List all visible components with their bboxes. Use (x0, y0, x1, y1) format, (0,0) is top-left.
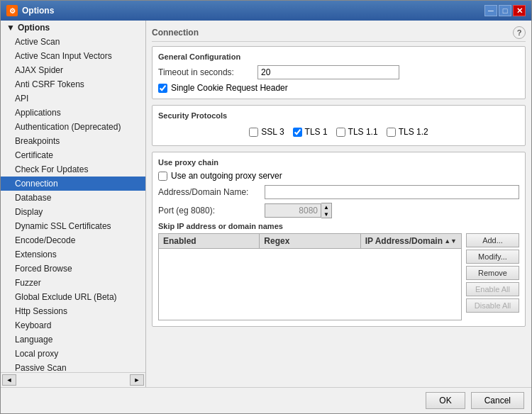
sidebar-item-language[interactable]: Language (1, 332, 145, 347)
sidebar-item-keyboard[interactable]: Keyboard (1, 318, 145, 332)
port-input-wrap: ▲ ▼ (265, 203, 332, 218)
port-spinners: ▲ ▼ (321, 203, 332, 218)
main-content: ▼ Options Active Scan Active Scan Input … (1, 21, 531, 387)
col-ip-domain: IP Address/Domain ▲▼ (361, 234, 461, 248)
sidebar-item-dynamic-ssl[interactable]: Dynamic SSL Certificates (1, 219, 145, 233)
help-icon[interactable]: ? (513, 26, 526, 39)
address-row: Address/Domain Name: (158, 185, 519, 199)
close-button[interactable]: ✕ (513, 5, 526, 16)
timeout-input[interactable] (257, 65, 399, 79)
sidebar-item-auth[interactable]: Authentication (Deprecated) (1, 120, 145, 134)
timeout-label: Timeout in seconds: (158, 67, 257, 77)
tls1-label: TLS 1 (305, 127, 328, 137)
port-input[interactable] (265, 203, 321, 218)
table-header: Enabled Regex IP Address/Domain ▲▼ (159, 234, 461, 249)
cancel-button[interactable]: Cancel (471, 392, 524, 409)
tls11-checkbox[interactable] (336, 128, 345, 137)
use-proxy-label: Use an outgoing proxy server (171, 171, 282, 181)
maximize-button[interactable]: □ (499, 5, 511, 16)
tree-root[interactable]: ▼ Options (1, 21, 145, 35)
address-input[interactable] (265, 185, 519, 199)
col-enabled: Enabled (159, 234, 260, 248)
use-proxy-checkbox[interactable] (158, 172, 167, 181)
sidebar-item-certificate[interactable]: Certificate (1, 148, 145, 162)
sidebar-item-breakpoints[interactable]: Breakpoints (1, 134, 145, 148)
general-config-box: General Configuration Timeout in seconds… (152, 46, 526, 99)
sidebar-item-passive-scan[interactable]: Passive Scan (1, 361, 145, 372)
sidebar-item-global-exclude[interactable]: Global Exclude URL (Beta) (1, 290, 145, 304)
use-proxy-row: Use an outgoing proxy server (158, 171, 519, 181)
port-up-btn[interactable]: ▲ (321, 203, 331, 211)
sidebar-item-encode-decode[interactable]: Encode/Decode (1, 233, 145, 247)
collapse-icon: ▼ (6, 23, 15, 33)
address-label: Address/Domain Name: (158, 187, 265, 197)
sidebar-item-applications[interactable]: Applications (1, 106, 145, 120)
col-regex: Regex (260, 234, 360, 248)
tls11-label: TLS 1.1 (348, 127, 378, 137)
ssl3-checkbox[interactable] (249, 128, 258, 137)
sidebar-item-connection[interactable]: Connection (1, 177, 145, 191)
options-dialog: ⚙ Options ─ □ ✕ ▼ Options Active Scan Ac… (0, 0, 532, 414)
sort-icon: ▲▼ (444, 237, 457, 245)
ssl3-item: SSL 3 (249, 127, 284, 137)
sidebar-item-http-sessions[interactable]: Http Sessions (1, 304, 145, 318)
sidebar-item-local-proxy[interactable]: Local proxy (1, 347, 145, 361)
proxy-title: Use proxy chain (158, 158, 519, 167)
table-wrap: Enabled Regex IP Address/Domain ▲▼ (158, 233, 519, 320)
skip-ip-table: Enabled Regex IP Address/Domain ▲▼ (158, 233, 462, 320)
sidebar-item-database[interactable]: Database (1, 191, 145, 205)
port-row: Port (eg 8080): ▲ ▼ (158, 203, 519, 218)
sidebar-item-api[interactable]: API (1, 91, 145, 106)
single-cookie-label: Single Cookie Request Header (171, 83, 288, 93)
remove-button[interactable]: Remove (466, 266, 519, 280)
modify-button[interactable]: Modify... (466, 250, 519, 264)
sidebar-item-forced-browse[interactable]: Forced Browse (1, 262, 145, 276)
tls12-item: TLS 1.2 (387, 127, 428, 137)
timeout-row: Timeout in seconds: (158, 65, 519, 79)
sidebar-item-fuzzer[interactable]: Fuzzer (1, 276, 145, 290)
security-protocols-box: Security Protocols SSL 3 TLS 1 TLS 1.1 (152, 105, 526, 146)
app-icon: ⚙ (6, 5, 18, 16)
proxy-chain-box: Use proxy chain Use an outgoing proxy se… (152, 152, 526, 327)
sidebar-item-check-updates[interactable]: Check For Updates (1, 162, 145, 177)
port-label: Port (eg 8080): (158, 206, 265, 216)
sidebar-item-active-scan[interactable]: Active Scan (1, 35, 145, 49)
left-panel: ▼ Options Active Scan Active Scan Input … (1, 21, 146, 387)
security-title: Security Protocols (158, 111, 519, 120)
section-header: Connection ? (152, 26, 526, 42)
section-title-text: Connection (152, 28, 199, 38)
title-bar: ⚙ Options ─ □ ✕ (1, 1, 531, 21)
tls12-label: TLS 1.2 (399, 127, 428, 137)
disable-all-button[interactable]: Disable All (466, 298, 519, 313)
tree-view: ▼ Options Active Scan Active Scan Input … (1, 21, 145, 372)
general-config-title: General Configuration (158, 52, 519, 61)
tls12-checkbox[interactable] (387, 128, 396, 137)
scroll-right-btn[interactable]: ► (130, 374, 144, 386)
window-title: Options (22, 6, 54, 16)
ssl3-label: SSL 3 (261, 127, 284, 137)
sidebar-item-extensions[interactable]: Extensions (1, 247, 145, 262)
sidebar-item-display[interactable]: Display (1, 205, 145, 219)
tree-scroll-controls: ◄ ► (1, 372, 145, 387)
tls1-item: TLS 1 (293, 127, 328, 137)
tls11-item: TLS 1.1 (336, 127, 378, 137)
sidebar-item-active-scan-input[interactable]: Active Scan Input Vectors (1, 49, 145, 63)
sidebar-item-ajax-spider[interactable]: AJAX Spider (1, 63, 145, 77)
table-body (159, 249, 461, 320)
enable-all-button[interactable]: Enable All (466, 282, 519, 296)
add-button[interactable]: Add... (466, 233, 519, 247)
security-protocols-row: SSL 3 TLS 1 TLS 1.1 TLS 1.2 (158, 124, 519, 140)
single-cookie-checkbox[interactable] (158, 84, 167, 93)
title-bar-left: ⚙ Options (6, 5, 54, 16)
tls1-checkbox[interactable] (293, 128, 302, 137)
single-cookie-row: Single Cookie Request Header (158, 83, 519, 93)
skip-ip-section: Skip IP address or domain names Enabled … (158, 222, 519, 320)
scroll-left-btn[interactable]: ◄ (2, 374, 16, 386)
ok-button[interactable]: OK (426, 392, 465, 409)
minimize-button[interactable]: ─ (484, 5, 497, 16)
port-down-btn[interactable]: ▼ (321, 211, 331, 218)
window-controls: ─ □ ✕ (484, 5, 526, 16)
footer: OK Cancel (1, 387, 531, 413)
sidebar-item-anti-csrf[interactable]: Anti CSRF Tokens (1, 77, 145, 91)
skip-table-title: Skip IP address or domain names (158, 222, 519, 230)
